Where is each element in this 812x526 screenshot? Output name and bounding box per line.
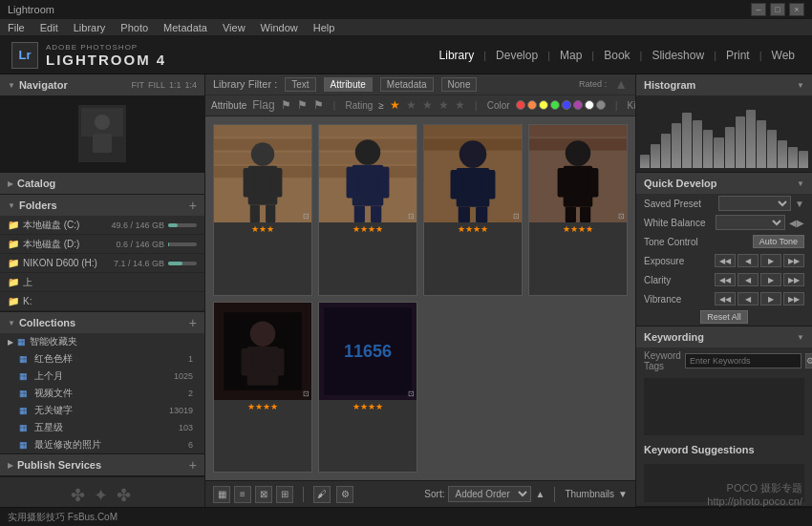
- flag-picked-icon[interactable]: ⚑: [297, 98, 308, 112]
- close-btn[interactable]: ×: [789, 3, 804, 16]
- expand-btn[interactable]: ▲: [614, 76, 628, 92]
- menu-window[interactable]: Window: [261, 22, 298, 33]
- filter-tab-text[interactable]: Text: [285, 77, 315, 92]
- qd-cla-r[interactable]: ▶: [760, 273, 781, 286]
- sort-asc-btn[interactable]: ▲: [535, 489, 545, 499]
- publish-services-header[interactable]: ▶ Publish Services +: [0, 454, 204, 475]
- qd-exp-r[interactable]: ▶: [760, 254, 781, 267]
- menu-photo[interactable]: Photo: [120, 22, 148, 33]
- folder-item-c[interactable]: 📁 本地磁盘 (C:) 49.6 / 146 GB: [0, 216, 204, 235]
- photo-cell-5[interactable]: ⊡ ★★★★: [213, 302, 312, 473]
- module-map[interactable]: Map: [554, 47, 588, 64]
- kw-input[interactable]: [685, 353, 801, 368]
- qd-wb-arrows[interactable]: ◀▶: [789, 218, 804, 228]
- qd-cla-ll[interactable]: ◀◀: [715, 273, 736, 286]
- menu-library[interactable]: Library: [74, 22, 106, 33]
- minimize-btn[interactable]: –: [751, 3, 766, 16]
- qd-exp-ll[interactable]: ◀◀: [715, 254, 736, 267]
- folders-add-btn[interactable]: +: [189, 198, 197, 213]
- color-green[interactable]: [550, 100, 560, 110]
- photo-cell-1[interactable]: ⊡ ★★★: [213, 124, 312, 296]
- module-book[interactable]: Book: [598, 47, 635, 64]
- qd-preset-arrow[interactable]: ▼: [795, 199, 804, 209]
- color-orange[interactable]: [527, 100, 537, 110]
- thumb-down-btn[interactable]: ▼: [618, 489, 628, 499]
- folder-item-up[interactable]: 📁 上: [0, 273, 204, 292]
- qd-vib-l[interactable]: ◀: [737, 292, 759, 305]
- photo-cell-6[interactable]: 11656 ⊡ ★★★★: [318, 302, 417, 473]
- star-5[interactable]: ★: [455, 98, 465, 112]
- module-library[interactable]: Library: [434, 47, 481, 64]
- star-1[interactable]: ★: [390, 98, 400, 112]
- grid-view-btn[interactable]: ▦: [213, 486, 230, 503]
- catalog-header[interactable]: ▶ Catalog: [0, 173, 204, 194]
- folders-header[interactable]: ▼ Folders +: [0, 195, 204, 216]
- color-gray[interactable]: [596, 100, 606, 110]
- menu-file[interactable]: File: [8, 22, 25, 33]
- menu-edit[interactable]: Edit: [40, 22, 58, 33]
- collections-header[interactable]: ▼ Collections +: [0, 312, 204, 333]
- rating-op[interactable]: ≥: [378, 100, 384, 111]
- filter-tab-none[interactable]: None: [441, 77, 478, 92]
- star-4[interactable]: ★: [438, 98, 449, 112]
- kw-header[interactable]: Keywording ▼: [636, 326, 812, 347]
- qd-exp-rr[interactable]: ▶▶: [783, 254, 804, 267]
- qd-vib-r[interactable]: ▶: [760, 292, 781, 305]
- coll-item-5star[interactable]: ▦ 五星级 103: [0, 419, 204, 436]
- module-web[interactable]: Web: [766, 47, 801, 64]
- menu-help[interactable]: Help: [313, 22, 335, 33]
- qd-cla-l[interactable]: ◀: [737, 273, 759, 286]
- smart-collections-group[interactable]: ▶ ▦ 智能收藏夹: [0, 333, 204, 350]
- sort-select[interactable]: Added Order Capture Time Edit Time: [448, 486, 531, 502]
- collections-add-btn[interactable]: +: [189, 315, 197, 330]
- pub-add-btn[interactable]: +: [189, 457, 197, 473]
- maximize-btn[interactable]: □: [770, 3, 785, 16]
- filter-tool-btn[interactable]: ⚙: [336, 486, 353, 503]
- module-develop[interactable]: Develop: [490, 47, 544, 64]
- qd-exp-l[interactable]: ◀: [737, 254, 759, 267]
- navigator-header[interactable]: ▼ Navigator FIT FILL 1:1 1:4: [0, 74, 204, 95]
- module-slideshow[interactable]: Slideshow: [646, 47, 710, 64]
- qd-auto-tone-btn[interactable]: Auto Tone: [753, 235, 804, 248]
- filter-tab-metadata[interactable]: Metadata: [380, 77, 434, 92]
- qd-vib-ll[interactable]: ◀◀: [715, 292, 736, 305]
- folder-item-d[interactable]: 📁 本地磁盘 (D:) 0.6 / 146 GB: [0, 235, 204, 254]
- star-2[interactable]: ★: [406, 98, 417, 112]
- qd-reset-btn[interactable]: Reset All: [700, 310, 748, 324]
- nav-1-1[interactable]: 1:1: [169, 80, 182, 90]
- flag-all-icon[interactable]: ⚑: [281, 98, 291, 112]
- color-purple[interactable]: [573, 100, 583, 110]
- histogram-header[interactable]: Histogram ▼: [636, 74, 812, 95]
- survey-view-btn[interactable]: ⊞: [276, 486, 293, 503]
- window-controls[interactable]: – □ ×: [751, 3, 804, 16]
- loupe-view-btn[interactable]: ≡: [234, 486, 251, 503]
- photo-cell-2[interactable]: ⊡ ★★★★: [318, 124, 417, 296]
- coll-item-nokw[interactable]: ▦ 无关键字 13019: [0, 402, 204, 419]
- star-3[interactable]: ★: [422, 98, 433, 112]
- nav-fill[interactable]: FILL: [148, 80, 165, 90]
- color-red[interactable]: [516, 100, 525, 110]
- nav-1-4[interactable]: 1:4: [184, 80, 197, 90]
- color-blue[interactable]: [562, 100, 571, 110]
- filter-tab-attribute[interactable]: Attribute: [324, 77, 373, 92]
- folder-item-h[interactable]: 📁 NIKON D600 (H:) 7.1 / 14.6 GB: [0, 254, 204, 273]
- coll-item-recent[interactable]: ▦ 最近修改的照片 6: [0, 436, 204, 453]
- coll-item-video[interactable]: ▦ 视频文件 2: [0, 385, 204, 402]
- color-white[interactable]: [585, 100, 594, 110]
- coll-item-month[interactable]: ▦ 上个月 1025: [0, 368, 204, 385]
- color-yellow[interactable]: [539, 100, 548, 110]
- qd-wb-select[interactable]: [716, 215, 785, 230]
- module-print[interactable]: Print: [720, 47, 756, 64]
- menu-view[interactable]: View: [223, 22, 246, 33]
- qd-vib-rr[interactable]: ▶▶: [783, 292, 804, 305]
- nav-fit[interactable]: FIT: [131, 80, 144, 90]
- flag-rejected-icon[interactable]: ⚑: [313, 98, 324, 112]
- folder-item-k[interactable]: 📁 K:: [0, 292, 204, 311]
- coll-item-red[interactable]: ▦ 红色色样 1: [0, 350, 204, 368]
- kw-suggestions-header[interactable]: Keyword Suggestions: [636, 439, 812, 460]
- photo-cell-4[interactable]: ⊡ ★★★★: [528, 124, 628, 296]
- spray-tool-btn[interactable]: 🖌: [313, 486, 331, 503]
- menu-metadata[interactable]: Metadata: [163, 22, 207, 33]
- compare-view-btn[interactable]: ⊠: [255, 486, 272, 503]
- qd-cla-rr[interactable]: ▶▶: [783, 273, 804, 286]
